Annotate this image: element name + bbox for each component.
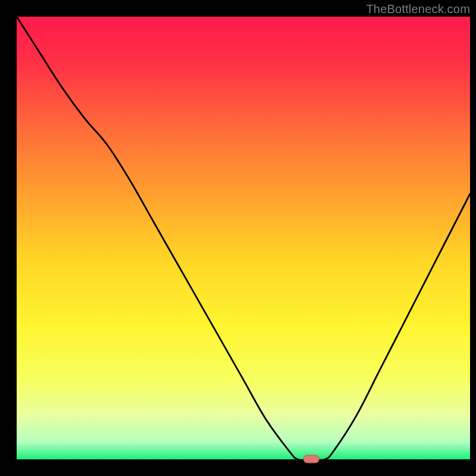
bottleneck-chart (0, 0, 476, 476)
chart-stage: TheBottleneck.com (0, 0, 476, 476)
gradient-area (17, 17, 470, 459)
watermark-text: TheBottleneck.com (366, 2, 470, 16)
optimum-marker (303, 455, 319, 463)
